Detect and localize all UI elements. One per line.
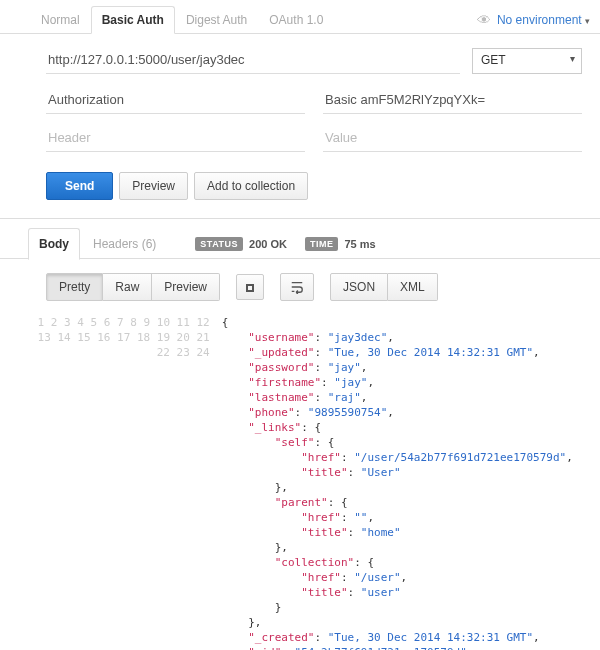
raw-button[interactable]: Raw (103, 273, 152, 301)
auth-tabs: Normal Basic Auth Digest Auth OAuth 1.0 … (0, 0, 600, 34)
tab-normal[interactable]: Normal (30, 6, 91, 34)
format-mode-segment: Pretty Raw Preview (46, 273, 220, 301)
tab-basic-auth[interactable]: Basic Auth (91, 6, 175, 34)
json-button[interactable]: JSON (330, 273, 388, 301)
time-value: 75 ms (344, 238, 375, 250)
status-value: 200 OK (249, 238, 287, 250)
code-content: { "username": "jay3dec", "_updated": "Tu… (220, 311, 588, 650)
url-input[interactable] (46, 48, 460, 74)
pretty-button[interactable]: Pretty (46, 273, 103, 301)
tab-oauth[interactable]: OAuth 1.0 (258, 6, 334, 34)
response-meta: STATUS 200 OK TIME 75 ms (195, 237, 375, 251)
environment-label: No environment (497, 13, 582, 27)
eye-icon: 👁 (477, 12, 491, 28)
header-value-blank[interactable] (323, 126, 582, 152)
header-name-input[interactable] (46, 88, 305, 114)
xml-button[interactable]: XML (388, 273, 438, 301)
method-value: GET (481, 53, 506, 67)
wrap-lines-icon[interactable] (280, 273, 314, 301)
status-label: STATUS (195, 237, 243, 251)
tab-headers[interactable]: Headers (6) (82, 228, 167, 260)
header-name-blank[interactable] (46, 126, 305, 152)
preview-response-button[interactable]: Preview (152, 273, 220, 301)
tab-digest-auth[interactable]: Digest Auth (175, 6, 258, 34)
response-body: 1 2 3 4 5 6 7 8 9 10 11 12 13 14 15 16 1… (0, 311, 600, 650)
format-type-segment: JSON XML (330, 273, 438, 301)
method-select[interactable]: GET (472, 48, 582, 74)
fullscreen-icon[interactable] (236, 274, 264, 300)
tab-body[interactable]: Body (28, 228, 80, 260)
time-label: TIME (305, 237, 339, 251)
header-value-input[interactable] (323, 88, 582, 114)
send-button[interactable]: Send (46, 172, 113, 200)
environment-selector[interactable]: No environment ▾ (497, 13, 590, 27)
add-to-collection-button[interactable]: Add to collection (194, 172, 308, 200)
preview-button[interactable]: Preview (119, 172, 188, 200)
caret-down-icon: ▾ (585, 16, 590, 26)
line-gutter: 1 2 3 4 5 6 7 8 9 10 11 12 13 14 15 16 1… (28, 311, 220, 650)
